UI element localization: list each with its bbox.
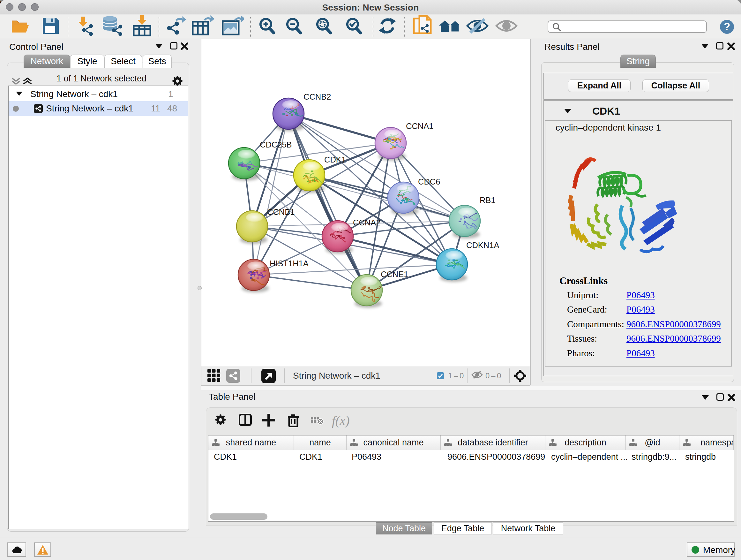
svg-text:CCNA1: CCNA1 — [406, 122, 433, 131]
svg-text:CDC6: CDC6 — [418, 177, 440, 186]
svg-text:CDK1: CDK1 — [324, 155, 346, 164]
svg-text:CCNE1: CCNE1 — [381, 270, 408, 279]
svg-text:CCNB1: CCNB1 — [267, 207, 294, 216]
svg-text:CDC25B: CDC25B — [260, 140, 292, 149]
svg-text:RB1: RB1 — [480, 196, 495, 205]
svg-text:CCNB2: CCNB2 — [304, 92, 331, 101]
svg-text:HIST1H1A: HIST1H1A — [270, 259, 309, 268]
svg-text:CCNA2: CCNA2 — [353, 218, 381, 227]
svg-text:CDKN1A: CDKN1A — [466, 241, 499, 250]
